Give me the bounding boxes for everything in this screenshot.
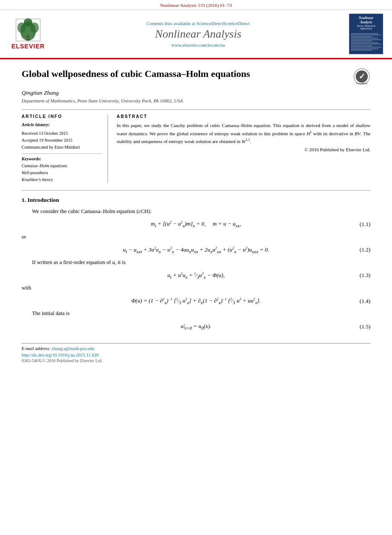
equation-1-3: ut + u2ux = 1⁄3u3x − Φ(u),	[22, 271, 370, 279]
equation-1-2-number: (1.2)	[360, 246, 370, 253]
equation-1-1-number: (1.1)	[360, 221, 370, 228]
contents-prefix: Contents lists available at	[147, 21, 195, 26]
footer-copyright: 0362-546X/© 2016 Published by Elsevier L…	[22, 358, 370, 363]
journal-cover-image: NonlinearAnalysis Theory, Methods & Appl…	[349, 13, 383, 54]
keyword-2: Well-posedness	[22, 169, 102, 176]
history-label: Article history:	[22, 121, 102, 129]
received-date: Received 13 October 2015	[22, 130, 102, 137]
keywords-section: Keywords: Camassa–Holm equations Well-po…	[22, 156, 102, 183]
abstract-title: ABSTRACT	[117, 114, 370, 119]
equation-1-3-number: (1.3)	[360, 272, 370, 279]
equation-1-4: Φ(u) = (1 − ∂2x)−1 [1⁄3 u3x] + ∂x(1 − ∂2…	[22, 297, 370, 305]
crossmark-logo: ✓ CrossMark	[353, 68, 370, 85]
journal-url[interactable]: www.elsevier.com/locate/na	[52, 42, 344, 48]
section-title: Introduction	[28, 197, 59, 203]
journal-title: Nonlinear Analysis	[52, 28, 344, 41]
abstract-copyright: © 2016 Published by Elsevier Ltd.	[117, 147, 370, 152]
section-1-heading: 1. Introduction	[22, 197, 370, 204]
equation-1-4-row: Φ(u) = (1 − ∂2x)−1 [1⁄3 u3x] + ∂x(1 − ∂2…	[22, 297, 370, 305]
section-number: 1.	[22, 197, 26, 203]
intro-paragraph-2: If written as a first-order equation of …	[22, 258, 370, 267]
intro-paragraph-1: We consider the cubic Camassa–Holm equat…	[22, 207, 370, 216]
elsevier-tree-svg: ELSEVIER	[15, 18, 41, 42]
sciencedirect-link[interactable]: ScienceDirect	[197, 21, 223, 26]
svg-text:CrossMark: CrossMark	[356, 82, 367, 85]
author-name: Qingtian Zhang	[22, 89, 370, 96]
sciencedirect-link-text[interactable]: ScienceDirect	[223, 21, 250, 26]
cover-title: NonlinearAnalysis	[359, 16, 373, 24]
article-title-row: Global wellposedness of cubic Camassa–Ho…	[22, 68, 370, 85]
journal-center: Contents lists available at ScienceDirec…	[52, 21, 344, 48]
svg-text:ELSEVIER: ELSEVIER	[22, 37, 34, 39]
equation-1-1: mt + [(u2 − u2x)m]x = 0, m = u − uxx,	[22, 220, 370, 228]
email-label: E-mail address:	[22, 346, 51, 351]
page-wrapper: Nonlinear Analysis 133 (2016) 61–73 ELSE…	[0, 0, 392, 535]
journal-header: ELSEVIER ELSEVIER Contents lists availab…	[0, 10, 392, 59]
elsevier-logo: ELSEVIER ELSEVIER	[9, 18, 48, 50]
article-info-panel: ARTICLE INFO Article history: Received 1…	[22, 114, 108, 183]
footer-area: E-mail address: zhang.q@math.psu.edu htt…	[22, 343, 370, 363]
info-abstract-section: ARTICLE INFO Article history: Received 1…	[22, 109, 370, 183]
svg-point-4	[24, 18, 32, 27]
svg-text:✓: ✓	[359, 72, 365, 81]
footer-doi[interactable]: http://dx.doi.org/10.1016/j.na.2015.11.0…	[22, 353, 370, 357]
keywords-label: Keywords:	[22, 156, 102, 161]
footer-email: E-mail address: zhang.q@math.psu.edu	[22, 346, 370, 351]
accepted-date: Accepted 19 November 2015	[22, 137, 102, 144]
article-info-title: ARTICLE INFO	[22, 114, 102, 119]
communicated-by: Communicated by Enzo Mitidieri	[22, 144, 102, 151]
equation-1-2-row: ut − uxxt + 3u2ux − u3x − 4uuxuxx + 2uxu…	[22, 246, 370, 254]
citation-bar: Nonlinear Analysis 133 (2016) 61–73	[0, 0, 392, 10]
article-content: Global wellposedness of cubic Camassa–Ho…	[0, 59, 392, 372]
connector-1: or	[22, 232, 370, 242]
article-history: Article history: Received 13 October 201…	[22, 121, 102, 154]
cover-subtitle: Theory, Methods & Applications	[351, 25, 381, 30]
connector-2: with	[22, 283, 370, 293]
equation-1-4-number: (1.4)	[360, 298, 370, 305]
equation-1-5-row: u|t=0 = u0(x). (1.5)	[22, 323, 370, 331]
abstract-panel: ABSTRACT In this paper, we study the Cau…	[117, 114, 370, 183]
citation-text: Nonlinear Analysis 133 (2016) 61–73	[160, 3, 232, 8]
equation-1-3-row: ut + u2ux = 1⁄3u3x − Φ(u), (1.3)	[22, 271, 370, 279]
abstract-text: In this paper, we study the Cauchy probl…	[117, 122, 370, 145]
equation-1-5: u|t=0 = u0(x).	[22, 323, 370, 331]
equation-1-5-number: (1.5)	[360, 323, 370, 330]
equation-1-2: ut − uxxt + 3u2ux − u3x − 4uuxuxx + 2uxu…	[22, 246, 370, 254]
equation-1-1-row: mt + [(u2 − u2x)m]x = 0, m = u − uxx, (1…	[22, 220, 370, 228]
email-link[interactable]: zhang.q@math.psu.edu	[52, 346, 95, 351]
elsevier-brand: ELSEVIER	[11, 43, 45, 50]
contents-line: Contents lists available at ScienceDirec…	[52, 21, 344, 26]
intro-paragraph-3: The initial data is	[22, 309, 370, 318]
keyword-3: Kruzhkov's theory	[22, 176, 102, 183]
cover-lines	[351, 32, 381, 51]
keyword-1: Camassa–Holm equations	[22, 162, 102, 169]
article-title-text: Global wellposedness of cubic Camassa–Ho…	[22, 68, 349, 80]
author-affiliation: Department of Mathematics, Penn State Un…	[22, 98, 370, 103]
section-divider	[22, 190, 370, 191]
